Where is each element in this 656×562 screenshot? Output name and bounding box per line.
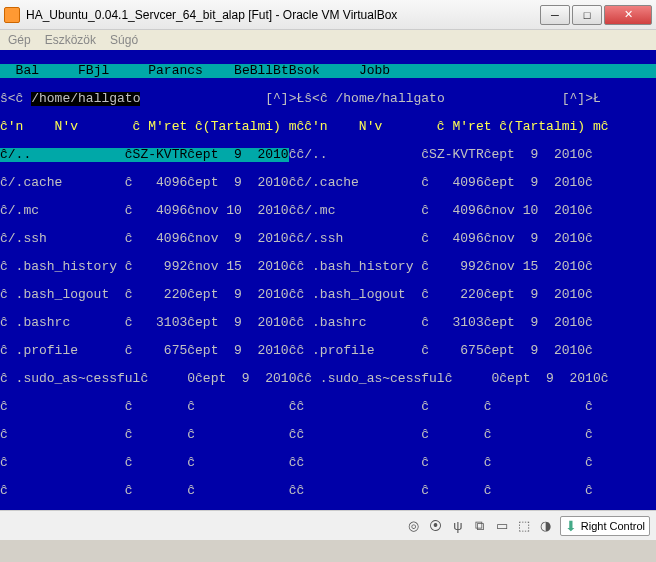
statusbar: ◎ ⦿ ψ ⧉ ▭ ⬚ ◑ ⬇Right Control <box>0 510 656 540</box>
file-row[interactable]: ĉ .profile ĉ 675ĉept 9 2010ĉĉ .profile ĉ… <box>0 344 656 358</box>
file-row[interactable]: ĉ .sudo_as~cessfulĉ 0ĉept 9 2010ĉĉ .sudo… <box>0 372 656 386</box>
column-headers: ĉ'n N'v ĉ M'ret ĉ(Tartalmi) mĉĉ'n N'v ĉ … <box>0 120 656 134</box>
optical-icon[interactable]: ⦿ <box>428 518 444 534</box>
mouse-icon[interactable]: ◑ <box>538 518 554 534</box>
menubar: Gép Eszközök Súgó <box>0 30 656 50</box>
usb-icon[interactable]: ψ <box>450 518 466 534</box>
menu-gep[interactable]: Gép <box>8 33 31 47</box>
terminal[interactable]: Bal FBjl Parancs BeBllBtBsok Jobb ŝ<ĉ /h… <box>0 50 656 510</box>
file-row[interactable]: ĉ .bash_logout ĉ 220ĉept 9 2010ĉĉ .bash_… <box>0 288 656 302</box>
disk-icon[interactable]: ◎ <box>406 518 422 534</box>
menu-eszkozok[interactable]: Eszközök <box>45 33 96 47</box>
window-title: HA_Ubuntu_0.04.1_Servcer_64_bit_alap [Fu… <box>26 8 540 22</box>
minimize-button[interactable]: ─ <box>540 5 570 25</box>
file-row[interactable]: ĉ/.cache ĉ 4096ĉept 9 2010ĉĉ/.cache ĉ 40… <box>0 176 656 190</box>
app-icon <box>4 7 20 23</box>
mc-menubar[interactable]: Bal FBjl Parancs BeBllBtBsok Jobb <box>0 64 656 78</box>
empty-row: ĉ ĉ ĉ ĉĉ ĉ ĉ ĉ <box>0 456 656 470</box>
empty-row: ĉ ĉ ĉ ĉĉ ĉ ĉ ĉ <box>0 484 656 498</box>
network-icon[interactable]: ⬚ <box>516 518 532 534</box>
maximize-button[interactable]: □ <box>572 5 602 25</box>
arrow-down-icon: ⬇ <box>565 518 577 534</box>
shared-folder-icon[interactable]: ⧉ <box>472 518 488 534</box>
close-button[interactable]: ✕ <box>604 5 652 25</box>
file-row[interactable]: ĉ/.mc ĉ 4096ĉnov 10 2010ĉĉ/.mc ĉ 4096ĉno… <box>0 204 656 218</box>
empty-row: ĉ ĉ ĉ ĉĉ ĉ ĉ ĉ <box>0 428 656 442</box>
menu-sugo[interactable]: Súgó <box>110 33 138 47</box>
file-row[interactable]: ĉ .bash_history ĉ 992ĉnov 15 2010ĉĉ .bas… <box>0 260 656 274</box>
empty-row: ĉ ĉ ĉ ĉĉ ĉ ĉ ĉ <box>0 400 656 414</box>
panel-paths: ŝ<ĉ /home/hallgato [^]>Łŝ<ĉ /home/hallga… <box>0 92 656 106</box>
window-titlebar: HA_Ubuntu_0.04.1_Servcer_64_bit_alap [Fu… <box>0 0 656 30</box>
host-key-indicator[interactable]: ⬇Right Control <box>560 516 650 536</box>
selected-row[interactable]: ĉ/.. ĉSZ-KVTRĉept 9 2010ĉĉ/.. ĉSZ-KVTRĉe… <box>0 148 656 162</box>
file-row[interactable]: ĉ .bashrc ĉ 3103ĉept 9 2010ĉĉ .bashrc ĉ … <box>0 316 656 330</box>
display-icon[interactable]: ▭ <box>494 518 510 534</box>
file-row[interactable]: ĉ/.ssh ĉ 4096ĉnov 9 2010ĉĉ/.ssh ĉ 4096ĉn… <box>0 232 656 246</box>
